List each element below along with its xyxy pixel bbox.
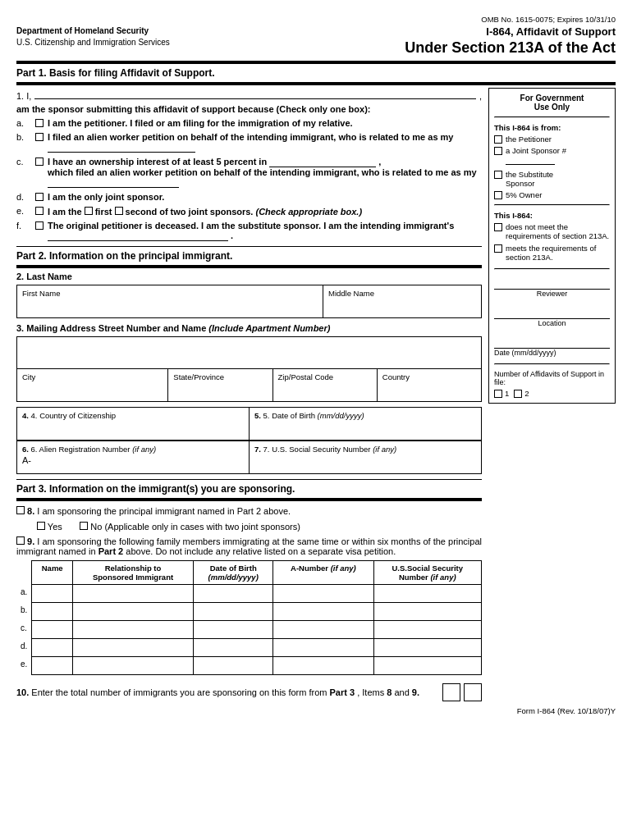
row-c-anum[interactable]: [273, 621, 373, 639]
alien-reg-cell[interactable]: 6. 6. Alien Registration Number (if any)…: [17, 441, 250, 473]
item-b-checkbox[interactable]: [35, 133, 44, 141]
total-box-2[interactable]: [464, 683, 482, 701]
item-f-field[interactable]: [48, 231, 228, 241]
row-b-ssn[interactable]: [373, 603, 481, 621]
zip-label: Zip/Postal Code: [278, 372, 372, 381]
q10-row: 10. Enter the total number of immigrants…: [16, 683, 482, 701]
row-a-rel[interactable]: [73, 585, 194, 603]
ssn-cell[interactable]: 7. 7. U.S. Social Security Number (if an…: [250, 441, 481, 473]
num-box-1-checkbox[interactable]: [494, 390, 502, 398]
citizenship-cell[interactable]: 4. 4. Country of Citizenship: [17, 408, 250, 440]
address-street-cell[interactable]: [17, 337, 481, 368]
item-f-checkbox[interactable]: [35, 221, 44, 230]
zip-input[interactable]: [278, 383, 372, 398]
item-e-second-checkbox[interactable]: [115, 207, 123, 215]
num-box-2-checkbox[interactable]: [514, 390, 522, 398]
row-c-name[interactable]: [32, 621, 73, 639]
reviewer-label: Reviewer: [494, 290, 610, 298]
part1-end-rule: [16, 246, 482, 247]
item-c-text: I have an ownership interest of at least…: [48, 157, 482, 188]
first-name-input[interactable]: [22, 299, 318, 314]
middle-name-input[interactable]: [328, 299, 476, 314]
row-d-anum[interactable]: [273, 639, 373, 657]
row-b-name[interactable]: [32, 603, 73, 621]
row-b-anum[interactable]: [273, 603, 373, 621]
country-cell[interactable]: Country: [378, 369, 481, 401]
q9-checkbox[interactable]: [16, 536, 25, 545]
country-input[interactable]: [382, 383, 476, 398]
row-a-ssn[interactable]: [373, 585, 481, 603]
from-label: This I-864 is from:: [494, 123, 610, 132]
row-e-anum[interactable]: [273, 657, 373, 675]
title-line1: I-864, Affidavit of Support: [405, 25, 616, 39]
row-e-name[interactable]: [32, 657, 73, 675]
citizenship-input[interactable]: [22, 422, 244, 436]
row-b-dob[interactable]: [194, 603, 273, 621]
q8-checkbox[interactable]: [16, 506, 25, 514]
q1-input[interactable]: [34, 88, 476, 99]
row-d-rel[interactable]: [73, 639, 194, 657]
q1-sub: am the sponsor submitting this affidavit…: [16, 104, 482, 114]
total-box-1[interactable]: [442, 683, 460, 701]
row-c-dob[interactable]: [194, 621, 273, 639]
state-cell[interactable]: State/Province: [168, 369, 272, 401]
row-b-rel[interactable]: [73, 603, 194, 621]
item-c-field2[interactable]: [48, 177, 179, 188]
middle-name-cell[interactable]: Middle Name: [323, 285, 481, 317]
zip-cell[interactable]: Zip/Postal Code: [273, 369, 378, 401]
item-c-field1[interactable]: [269, 157, 376, 167]
petitioner-checkbox[interactable]: [494, 135, 502, 144]
q10-text: 10. Enter the total number of immigrants…: [16, 687, 419, 697]
row-e-dob[interactable]: [194, 657, 273, 675]
city-cell[interactable]: City: [17, 369, 168, 401]
dob-cell[interactable]: 5. 5. Date of Birth (mm/dd/yyyy): [250, 408, 481, 440]
form-footer: Form I-864 (Rev. 10/18/07)Y: [16, 706, 616, 715]
city-input[interactable]: [22, 383, 163, 398]
dob-input[interactable]: [254, 422, 476, 436]
item-b-field[interactable]: [48, 142, 195, 153]
row-a-name[interactable]: [32, 585, 73, 603]
item-c-checkbox[interactable]: [35, 158, 44, 166]
row-e-ssn[interactable]: [373, 657, 481, 675]
item-d-checkbox[interactable]: [35, 193, 44, 201]
substitute-checkbox[interactable]: [494, 171, 502, 179]
joint-sponsor-field[interactable]: [506, 155, 555, 165]
row-c-rel[interactable]: [73, 621, 194, 639]
alien-reg-value[interactable]: A-: [22, 455, 244, 470]
item-e-first-checkbox[interactable]: [85, 207, 93, 215]
does-not-meet-checkbox[interactable]: [494, 223, 502, 231]
q6-q7-row: 6. 6. Alien Registration Number (if any)…: [16, 441, 482, 474]
meets-checkbox[interactable]: [494, 244, 502, 253]
ssn-input[interactable]: [254, 455, 476, 470]
first-name-cell[interactable]: First Name: [17, 285, 323, 317]
row-d-dob[interactable]: [194, 639, 273, 657]
address-street-input[interactable]: [22, 340, 476, 355]
main-content: 1. I, , am the sponsor submitting this a…: [16, 88, 482, 702]
date-field[interactable]: [494, 334, 610, 349]
petitioner-label: the Petitioner: [506, 135, 552, 144]
row-c-ssn[interactable]: [373, 621, 481, 639]
petitioner-row: the Petitioner: [494, 135, 610, 144]
joint-sponsor-checkbox[interactable]: [494, 147, 502, 155]
row-e-rel[interactable]: [73, 657, 194, 675]
reviewer-field[interactable]: [494, 275, 610, 290]
q1-row: 1. I, ,: [16, 88, 482, 101]
item-a-checkbox[interactable]: [35, 119, 44, 127]
govt-divider-1: [494, 116, 610, 118]
q8-no-checkbox[interactable]: [80, 522, 88, 530]
location-field[interactable]: [494, 304, 610, 319]
row-a-dob[interactable]: [194, 585, 273, 603]
pct-owner-checkbox[interactable]: [494, 191, 502, 199]
govt-divider-2: [494, 204, 610, 206]
row-d-name[interactable]: [32, 639, 73, 657]
item-e-label: e.: [16, 206, 31, 216]
row-d-ssn[interactable]: [373, 639, 481, 657]
q8-yes-checkbox[interactable]: [37, 522, 45, 530]
item-e-checkbox[interactable]: [35, 207, 44, 215]
row-a-anum[interactable]: [273, 585, 373, 603]
joint-sponsor-label: a Joint Sponsor #: [506, 146, 610, 165]
state-input[interactable]: [173, 383, 267, 398]
page-header: Department of Homeland Security U.S. Cit…: [16, 25, 616, 57]
does-not-meet-label: does not meet the requirements of sectio…: [506, 222, 610, 240]
q9-bold: Part 2: [98, 546, 124, 556]
